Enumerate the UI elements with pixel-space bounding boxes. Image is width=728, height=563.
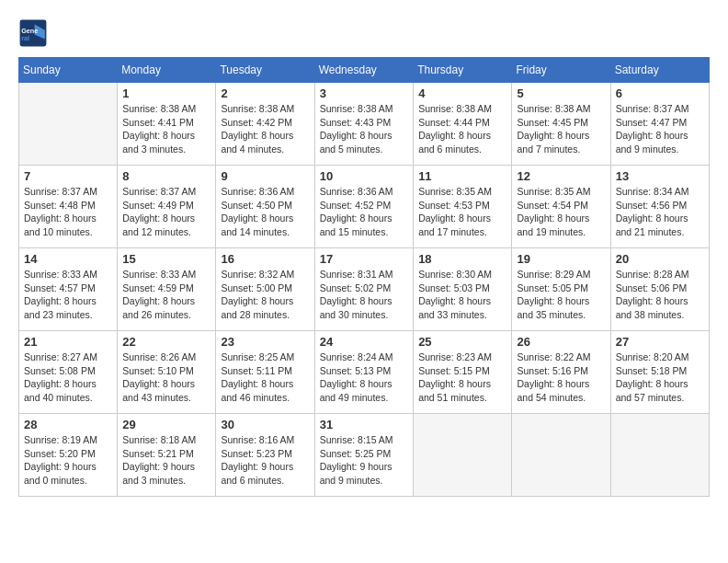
day-number: 14 (24, 252, 112, 266)
calendar-cell: 11Sunrise: 8:35 AMSunset: 4:53 PMDayligh… (414, 166, 512, 248)
day-info: Sunrise: 8:27 AMSunset: 5:08 PMDaylight:… (24, 350, 112, 405)
calendar-header-tuesday: Tuesday (216, 58, 314, 83)
day-info: Sunrise: 8:38 AMSunset: 4:41 PMDaylight:… (122, 102, 210, 156)
calendar-header-wednesday: Wednesday (314, 58, 413, 83)
calendar-cell: 12Sunrise: 8:35 AMSunset: 4:54 PMDayligh… (512, 166, 610, 248)
day-info: Sunrise: 8:33 AMSunset: 4:57 PMDaylight:… (24, 268, 112, 322)
calendar-cell: 17Sunrise: 8:31 AMSunset: 5:02 PMDayligh… (314, 248, 413, 331)
day-info: Sunrise: 8:16 AMSunset: 5:23 PMDaylight:… (221, 433, 309, 488)
calendar-cell: 13Sunrise: 8:34 AMSunset: 4:56 PMDayligh… (610, 166, 709, 248)
day-info: Sunrise: 8:20 AMSunset: 5:18 PMDaylight:… (616, 350, 704, 405)
day-info: Sunrise: 8:15 AMSunset: 5:25 PMDaylight:… (320, 433, 408, 488)
day-info: Sunrise: 8:24 AMSunset: 5:13 PMDaylight:… (320, 350, 408, 405)
day-info: Sunrise: 8:36 AMSunset: 4:50 PMDaylight:… (221, 185, 309, 239)
day-number: 6 (616, 86, 704, 100)
day-number: 3 (320, 86, 408, 100)
day-info: Sunrise: 8:38 AMSunset: 4:45 PMDaylight:… (517, 102, 605, 156)
day-info: Sunrise: 8:35 AMSunset: 4:54 PMDaylight:… (517, 185, 605, 239)
day-number: 29 (122, 418, 210, 431)
day-number: 16 (221, 252, 309, 266)
day-number: 27 (616, 335, 704, 349)
day-number: 1 (122, 86, 210, 100)
calendar-cell: 19Sunrise: 8:29 AMSunset: 5:05 PMDayligh… (512, 248, 610, 331)
calendar-cell: 5Sunrise: 8:38 AMSunset: 4:45 PMDaylight… (512, 83, 610, 166)
calendar-cell (414, 414, 512, 497)
calendar-week-2: 7Sunrise: 8:37 AMSunset: 4:48 PMDaylight… (19, 166, 710, 248)
calendar-cell: 7Sunrise: 8:37 AMSunset: 4:48 PMDaylight… (19, 166, 118, 248)
day-number: 18 (418, 252, 506, 266)
day-number: 13 (616, 169, 704, 183)
calendar-cell: 4Sunrise: 8:38 AMSunset: 4:44 PMDaylight… (414, 83, 512, 166)
calendar-cell: 2Sunrise: 8:38 AMSunset: 4:42 PMDaylight… (216, 83, 314, 166)
day-info: Sunrise: 8:25 AMSunset: 5:11 PMDaylight:… (221, 350, 309, 405)
day-info: Sunrise: 8:30 AMSunset: 5:03 PMDaylight:… (418, 268, 506, 322)
day-info: Sunrise: 8:37 AMSunset: 4:47 PMDaylight:… (616, 102, 704, 156)
calendar-cell: 24Sunrise: 8:24 AMSunset: 5:13 PMDayligh… (314, 331, 413, 414)
calendar-week-4: 21Sunrise: 8:27 AMSunset: 5:08 PMDayligh… (19, 331, 710, 414)
day-info: Sunrise: 8:34 AMSunset: 4:56 PMDaylight:… (616, 185, 704, 239)
day-info: Sunrise: 8:38 AMSunset: 4:43 PMDaylight:… (320, 102, 408, 156)
calendar-cell: 18Sunrise: 8:30 AMSunset: 5:03 PMDayligh… (414, 248, 512, 331)
day-number: 10 (320, 169, 408, 183)
calendar-cell (512, 414, 610, 497)
calendar-cell: 15Sunrise: 8:33 AMSunset: 4:59 PMDayligh… (118, 248, 216, 331)
day-number: 23 (221, 335, 309, 349)
calendar-cell: 22Sunrise: 8:26 AMSunset: 5:10 PMDayligh… (118, 331, 216, 414)
calendar-header-saturday: Saturday (610, 58, 709, 83)
calendar-cell: 1Sunrise: 8:38 AMSunset: 4:41 PMDaylight… (118, 83, 216, 166)
calendar-header-row: SundayMondayTuesdayWednesdayThursdayFrid… (19, 58, 710, 83)
day-info: Sunrise: 8:33 AMSunset: 4:59 PMDaylight:… (122, 268, 210, 322)
day-info: Sunrise: 8:18 AMSunset: 5:21 PMDaylight:… (122, 433, 210, 488)
calendar-cell: 6Sunrise: 8:37 AMSunset: 4:47 PMDaylight… (610, 83, 709, 166)
calendar-table: SundayMondayTuesdayWednesdayThursdayFrid… (18, 57, 710, 497)
svg-text:ral: ral (21, 34, 29, 42)
day-info: Sunrise: 8:23 AMSunset: 5:15 PMDaylight:… (418, 350, 506, 405)
calendar-cell: 16Sunrise: 8:32 AMSunset: 5:00 PMDayligh… (216, 248, 314, 331)
day-number: 9 (221, 169, 309, 183)
day-number: 19 (517, 252, 605, 266)
day-number: 28 (24, 418, 112, 431)
day-number: 7 (24, 169, 112, 183)
day-number: 11 (418, 169, 506, 183)
day-number: 15 (122, 252, 210, 266)
calendar-cell: 25Sunrise: 8:23 AMSunset: 5:15 PMDayligh… (414, 331, 512, 414)
calendar-cell: 26Sunrise: 8:22 AMSunset: 5:16 PMDayligh… (512, 331, 610, 414)
calendar-cell: 3Sunrise: 8:38 AMSunset: 4:43 PMDaylight… (314, 83, 413, 166)
calendar-week-1: 1Sunrise: 8:38 AMSunset: 4:41 PMDaylight… (19, 83, 710, 166)
day-info: Sunrise: 8:31 AMSunset: 5:02 PMDaylight:… (320, 268, 408, 322)
calendar-cell: 20Sunrise: 8:28 AMSunset: 5:06 PMDayligh… (610, 248, 709, 331)
day-number: 31 (320, 418, 408, 431)
day-info: Sunrise: 8:19 AMSunset: 5:20 PMDaylight:… (24, 433, 112, 488)
calendar-cell: 29Sunrise: 8:18 AMSunset: 5:21 PMDayligh… (118, 414, 216, 497)
day-info: Sunrise: 8:29 AMSunset: 5:05 PMDaylight:… (517, 268, 605, 322)
day-number: 25 (418, 335, 506, 349)
day-number: 22 (122, 335, 210, 349)
day-number: 8 (122, 169, 210, 183)
calendar-cell: 23Sunrise: 8:25 AMSunset: 5:11 PMDayligh… (216, 331, 314, 414)
day-info: Sunrise: 8:36 AMSunset: 4:52 PMDaylight:… (320, 185, 408, 239)
day-info: Sunrise: 8:38 AMSunset: 4:44 PMDaylight:… (418, 102, 506, 156)
calendar-cell: 27Sunrise: 8:20 AMSunset: 5:18 PMDayligh… (610, 331, 709, 414)
calendar-cell: 8Sunrise: 8:37 AMSunset: 4:49 PMDaylight… (118, 166, 216, 248)
day-info: Sunrise: 8:22 AMSunset: 5:16 PMDaylight:… (517, 350, 605, 405)
day-number: 12 (517, 169, 605, 183)
calendar-header-friday: Friday (512, 58, 610, 83)
calendar-cell: 14Sunrise: 8:33 AMSunset: 4:57 PMDayligh… (19, 248, 118, 331)
calendar-header-thursday: Thursday (414, 58, 512, 83)
day-info: Sunrise: 8:32 AMSunset: 5:00 PMDaylight:… (221, 268, 309, 322)
calendar-cell (19, 83, 118, 166)
day-info: Sunrise: 8:37 AMSunset: 4:48 PMDaylight:… (24, 185, 112, 239)
calendar-week-3: 14Sunrise: 8:33 AMSunset: 4:57 PMDayligh… (19, 248, 710, 331)
calendar-cell: 31Sunrise: 8:15 AMSunset: 5:25 PMDayligh… (314, 414, 413, 497)
day-number: 21 (24, 335, 112, 349)
day-number: 17 (320, 252, 408, 266)
day-info: Sunrise: 8:37 AMSunset: 4:49 PMDaylight:… (122, 185, 210, 239)
calendar-cell: 21Sunrise: 8:27 AMSunset: 5:08 PMDayligh… (19, 331, 118, 414)
day-number: 4 (418, 86, 506, 100)
logo: Gene ral (18, 18, 51, 48)
calendar-cell (610, 414, 709, 497)
logo-icon: Gene ral (18, 18, 48, 48)
page-header: Gene ral (18, 18, 710, 48)
calendar-cell: 9Sunrise: 8:36 AMSunset: 4:50 PMDaylight… (216, 166, 314, 248)
day-info: Sunrise: 8:35 AMSunset: 4:53 PMDaylight:… (418, 185, 506, 239)
